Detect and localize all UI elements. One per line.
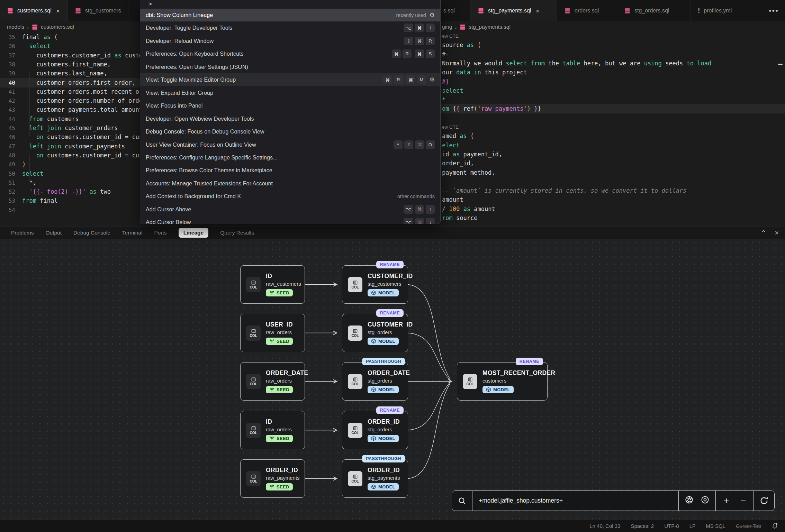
code-line[interactable]: id as payment_id, [392, 150, 785, 159]
code-line[interactable]: rom source [392, 213, 785, 223]
command-item[interactable]: View: Toggle Maximize Editor Group⌘R⌘M⚙ [140, 73, 440, 86]
close-icon[interactable]: × [55, 8, 61, 14]
more-actions-icon[interactable]: ••• [766, 0, 782, 21]
command-item[interactable]: Developer: Open Webview Developer Tools [140, 112, 440, 125]
panel-tab-lineage[interactable]: Lineage [179, 228, 209, 238]
lineage-node-stg_orders-order_id[interactable]: COLORDER_IDstg_ordersMODELRENAME [342, 411, 408, 449]
code-line[interactable]: * [392, 95, 785, 104]
breadcrumb-folder[interactable]: models [7, 24, 24, 30]
editor-pane-right[interactable]: ging › stg_payments.sql ew CTEsource as … [392, 21, 785, 227]
lineage-node-stg_orders-customer_id[interactable]: COLCUSTOMER_IDstg_ordersMODELRENAME [342, 314, 408, 352]
command-item[interactable]: Preferences: Browse Color Themes in Mark… [140, 164, 440, 177]
code-text: / 100 as amount [442, 204, 495, 214]
status-ln-40-col-33[interactable]: Ln 40, Col 33 [589, 523, 620, 529]
command-item[interactable]: User View Container: Focus on Outline Vi… [140, 138, 440, 151]
breadcrumb[interactable]: ging › stg_payments.sql [442, 21, 511, 33]
notifications-bell-icon[interactable] [772, 523, 778, 529]
tab-stg_orders-sql[interactable]: stg_orders.sql [617, 0, 691, 21]
lineage-node-raw_orders-user_id[interactable]: COLUSER_IDraw_ordersSEED [240, 314, 305, 352]
panel-tab-debug-console[interactable]: Debug Console [73, 230, 110, 236]
code-line[interactable] [392, 113, 785, 123]
panel-tab-query-results[interactable]: Query Results [220, 230, 254, 236]
code-line[interactable]: payment_method, [392, 168, 785, 177]
code-line[interactable]: amed as ( [392, 131, 785, 141]
command-item[interactable]: Add Cursor Above⌥⌘↑ [140, 203, 440, 216]
command-item[interactable]: Developer: Reload Window⇧⌘R [140, 35, 440, 47]
command-item[interactable]: dbt: Show Column Lineagerecently used⚙ [140, 9, 440, 21]
breadcrumb-file[interactable]: stg_payments.sql [469, 24, 511, 30]
panel-tab-ports[interactable]: Ports [154, 230, 166, 236]
close-icon[interactable]: × [535, 8, 540, 14]
command-item[interactable]: Preferences: Configure Language Specific… [140, 151, 440, 164]
code-line[interactable] [392, 177, 785, 186]
scrollbar-marker[interactable] [778, 64, 783, 65]
command-item[interactable]: Developer: Toggle Developer Tools⌥⌘I [140, 21, 440, 34]
code-line[interactable]: #} [392, 77, 785, 86]
lineage-node-raw_customers-id[interactable]: COLIDraw_customersSEED [240, 265, 305, 304]
search-icon[interactable] [452, 491, 472, 511]
command-item[interactable]: Add Cursor Below⌥⌘↓ [140, 216, 440, 224]
tab-stg_payments-sql[interactable]: stg_payments.sql× [471, 0, 557, 21]
code-line[interactable]: Normally we would select from the table … [392, 59, 785, 68]
code-line[interactable]: order_id, [392, 159, 785, 168]
code-line[interactable]: #- [392, 50, 785, 59]
breadcrumb[interactable]: models › customers.sql [7, 21, 74, 33]
tab-s-sql[interactable]: s.sql [441, 0, 471, 21]
code-line[interactable]: source as ( [392, 40, 785, 50]
node-title: ORDER_DATE [368, 369, 410, 377]
status-spaces-2[interactable]: Spaces: 2 [631, 523, 654, 529]
panel-tab-terminal[interactable]: Terminal [122, 230, 143, 236]
lineage-node-stg_orders-order_date[interactable]: COLORDER_DATEstg_ordersMODELPASSTHROUGH [342, 362, 408, 401]
command-item[interactable]: View: Expand Editor Group [140, 86, 440, 99]
code-line[interactable]: elect [392, 141, 785, 150]
breadcrumb-folder[interactable]: ging [442, 24, 452, 30]
status-ms-sql[interactable]: MS SQL [706, 523, 725, 529]
lineage-node-raw_orders-order_date[interactable]: COLORDER_DATEraw_ordersSEED [240, 362, 305, 401]
tab-label: profiles.yml [704, 8, 732, 14]
lineage-node-raw_orders-id[interactable]: COLIDraw_ordersSEED [240, 411, 305, 449]
code-line[interactable]: ew CTE [392, 122, 785, 132]
lineage-node-stg_payments-order_id[interactable]: COLORDER_IDstg_paymentsMODELPASSTHROUGH [342, 459, 408, 498]
zoom-out-icon[interactable]: − [735, 495, 751, 506]
command-item[interactable]: Add Context to Background for Cmd Kother… [140, 190, 440, 203]
panel-tab-output[interactable]: Output [45, 230, 62, 236]
code-line[interactable]: om {{ ref('raw_payments') }} [392, 104, 785, 113]
zoom-in-icon[interactable]: + [718, 495, 734, 506]
command-item[interactable]: Debug Console: Focus on Debug Console Vi… [140, 125, 440, 138]
code-line[interactable]: select [392, 86, 785, 95]
node-text: IDraw_customersSEED [266, 273, 301, 297]
configure-gear-icon[interactable]: ⚙ [430, 76, 435, 83]
status-lf[interactable]: LF [689, 523, 696, 529]
command-item[interactable]: View: Focus into Panel [140, 99, 440, 112]
code-line[interactable]: -- `amount` is currently stored in cents… [392, 186, 785, 195]
code-line[interactable]: ew CTE [392, 31, 785, 41]
code-text: Normally we would select from the table … [442, 59, 711, 68]
lineage-canvas[interactable]: COLIDraw_customersSEEDCOLUSER_IDraw_orde… [0, 239, 785, 519]
tab-orders-sql[interactable]: orders.sql [557, 0, 617, 21]
panel-chevron-up-icon[interactable]: ⌃ [761, 229, 767, 236]
aperture-icon[interactable] [682, 496, 696, 506]
lineage-search-input[interactable] [472, 497, 678, 504]
focus-target-icon[interactable] [698, 496, 712, 506]
code-line[interactable]: amount [392, 195, 785, 204]
command-item[interactable]: Preferences: Open Keyboard Shortcuts⌘R⌘S [140, 47, 440, 60]
command-input[interactable]: > [145, 0, 152, 8]
status-cursor-tab[interactable]: Cursor Tab [736, 523, 761, 529]
command-item[interactable]: Preferences: Open User Settings (JSON) [140, 61, 440, 73]
refresh-icon[interactable] [754, 491, 774, 511]
panel-tab-problems[interactable]: Problems [11, 230, 34, 236]
panel-close-icon[interactable]: × [775, 229, 779, 236]
tab-customers-sql[interactable]: customers.sql× [0, 0, 68, 21]
lineage-node-raw_payments-order_id[interactable]: COLORDER_IDraw_paymentsSEED [240, 459, 305, 498]
lineage-node-customers-most_recent_order[interactable]: COLMOST_RECENT_ORDERcustomersMODELRENAME [457, 362, 548, 401]
tab-stg_customers[interactable]: stg_customers [68, 0, 128, 21]
code-line[interactable]: / 100 as amount [392, 204, 785, 214]
code-line[interactable]: our data in this project [392, 68, 785, 77]
lineage-node-stg_customers-customer_id[interactable]: COLCUSTOMER_IDstg_customersMODELRENAME [342, 265, 408, 304]
tab-profiles-yml[interactable]: !profiles.yml [691, 0, 766, 21]
breadcrumb-file[interactable]: customers.sql [41, 24, 74, 30]
command-item[interactable]: Accounts: Manage Trusted Extensions For … [140, 177, 440, 190]
configure-gear-icon[interactable]: ⚙ [430, 11, 435, 19]
bottom-panel-header: ProblemsOutputDebug ConsoleTerminalPorts… [0, 227, 785, 239]
status-utf-8[interactable]: UTF-8 [664, 523, 679, 529]
